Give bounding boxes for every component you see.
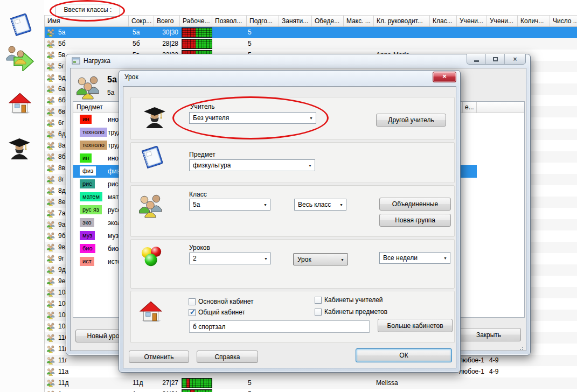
ok-button[interactable]: ОК [356, 348, 452, 362]
lesson-dialog-content: Учитель Без учителя Другой учитель Предм… [123, 86, 456, 368]
class-icon [46, 379, 55, 387]
column-header[interactable]: Обеде... [312, 16, 344, 26]
class-abbr-cell: 5а [133, 27, 153, 38]
class-teacher-cell [376, 38, 430, 50]
class-name-cell: 5б [46, 38, 128, 50]
subject-rooms-checkbox[interactable] [315, 309, 322, 316]
lesson-dialog-titlebar[interactable]: Урок [124, 73, 138, 81]
enter-classes-button[interactable]: Ввести классы : [55, 4, 120, 17]
notebook-icon [139, 144, 165, 172]
class-teacher-cell: Melissa [376, 377, 430, 389]
class-icon [46, 232, 55, 240]
column-header[interactable]: Позвол... [212, 16, 247, 26]
subjects-column-header[interactable]: Предмет [77, 103, 103, 111]
subject-tag: матем [80, 192, 102, 201]
rooms-section: Основной кабинет Общий кабинет б спортза… [130, 291, 455, 343]
class-icon [46, 300, 55, 308]
maximize-button[interactable] [486, 54, 505, 64]
new-group-button[interactable]: Новая группа [379, 214, 451, 227]
teacher-select[interactable]: Без учителя [189, 112, 316, 124]
lessons-count-select[interactable]: 2 [189, 253, 271, 264]
students-transfer-icon[interactable] [4, 44, 34, 71]
class-icon [46, 29, 55, 37]
close-lesson-button[interactable]: × [433, 72, 456, 82]
column-header[interactable]: Сокр... [129, 16, 154, 26]
subject-tag: рис [80, 179, 95, 188]
table-header: ИмяСокр...ВсегоРабоче...Позвол...Подго..… [45, 15, 577, 27]
column-header[interactable]: Учени... [487, 16, 518, 26]
close-icon: × [513, 55, 517, 63]
column-header[interactable]: Рабоче... [180, 16, 212, 26]
class-icon [46, 255, 55, 263]
class-icon [46, 164, 55, 172]
column-header[interactable]: Учени... [457, 16, 487, 26]
class-icon [46, 209, 55, 218]
resize-grip[interactable] [522, 347, 523, 348]
subject-select[interactable]: физкультура [189, 159, 315, 171]
class-section: Класс 5а Весь класс Объединенные Новая г… [130, 185, 455, 237]
students-cell-2 [489, 38, 516, 50]
students-cell-2 [489, 377, 516, 389]
close-load-button[interactable]: Закрыть [456, 328, 521, 341]
close-window-button[interactable]: × [505, 54, 525, 64]
minimize-button[interactable] [467, 54, 486, 64]
class-icon [46, 356, 55, 365]
room-input[interactable]: б спортзал [189, 320, 370, 333]
home-icon[interactable] [6, 90, 33, 115]
column-header[interactable]: Заняти... [279, 16, 312, 26]
load-dialog-titlebar[interactable]: Нагрузка [72, 57, 110, 65]
other-teacher-button[interactable]: Другой учитель [376, 114, 446, 127]
working-hours-cell [180, 38, 212, 50]
shared-room-checkbox[interactable] [189, 309, 196, 316]
class-icon [46, 334, 55, 342]
class-scope-select[interactable]: Весь класс [294, 199, 346, 211]
column-header[interactable]: Подго... [247, 16, 279, 26]
class-row[interactable]: 5а 5а 30|30 5 [45, 27, 577, 38]
main-room-checkbox-row: Основной кабинет [189, 298, 254, 305]
column-header[interactable]: Всего [154, 16, 180, 26]
hours-grid [182, 378, 212, 388]
more-rooms-button[interactable]: Больше кабинетов [378, 319, 453, 332]
class-name-cell: 1 [46, 389, 128, 392]
column-header[interactable]: Макс. ... [344, 16, 374, 26]
class-select[interactable]: 5а [189, 199, 270, 211]
class-icon [46, 176, 55, 184]
subject-tag: ин [80, 153, 92, 163]
teacher-rooms-checkbox[interactable] [315, 297, 322, 304]
help-button[interactable]: Справка [197, 351, 258, 363]
notebook-icon[interactable] [8, 12, 33, 38]
column-header[interactable]: Колич... [518, 16, 550, 26]
right-column-header[interactable]: е... [462, 102, 477, 113]
students-cell-2: 4-9 [489, 366, 516, 377]
class-row[interactable]: 5б 5б 28|28 5 [45, 38, 577, 50]
column-header[interactable]: Кл. руководит... [374, 16, 430, 26]
subject-rooms-checkbox-row: Кабинеты предметов [315, 308, 387, 316]
lessons-section: Уроков 2 Урок Все недели [130, 239, 455, 289]
class-icon [46, 142, 55, 150]
main-room-checkbox[interactable] [189, 298, 196, 305]
hours-grid [182, 27, 212, 38]
lesson-type-select[interactable]: Урок [293, 253, 348, 265]
cancel-button[interactable]: Отменить [129, 351, 189, 363]
window-icon [72, 57, 80, 65]
subject-tag: муз [80, 231, 95, 240]
students-cell-1: любое-1 [459, 366, 488, 377]
teacher-icon[interactable] [8, 136, 31, 160]
class-icon [46, 311, 55, 319]
subject-tag: ин [80, 115, 92, 124]
subject-tag: эко [80, 218, 94, 227]
class-icon [46, 153, 55, 161]
column-header[interactable]: Число .. [550, 16, 577, 26]
class-row[interactable]: 11д 11д 27|27 5 Melissa [45, 377, 577, 389]
column-header[interactable]: Клас... [430, 16, 457, 26]
subject-tag: ист [80, 257, 94, 266]
weeks-select[interactable]: Все недели [379, 252, 450, 264]
joined-classes-button[interactable]: Объединенные [379, 198, 451, 211]
subject-tag: техноло [80, 141, 107, 150]
load-dialog-title: Нагрузка [84, 57, 110, 65]
class-row[interactable]: 1 1 31|31 5 [45, 389, 577, 392]
column-header[interactable]: Имя [45, 16, 129, 26]
class-icon [46, 62, 55, 71]
class-name-cell: 11д [46, 377, 128, 389]
class-label: Класс [189, 191, 207, 198]
